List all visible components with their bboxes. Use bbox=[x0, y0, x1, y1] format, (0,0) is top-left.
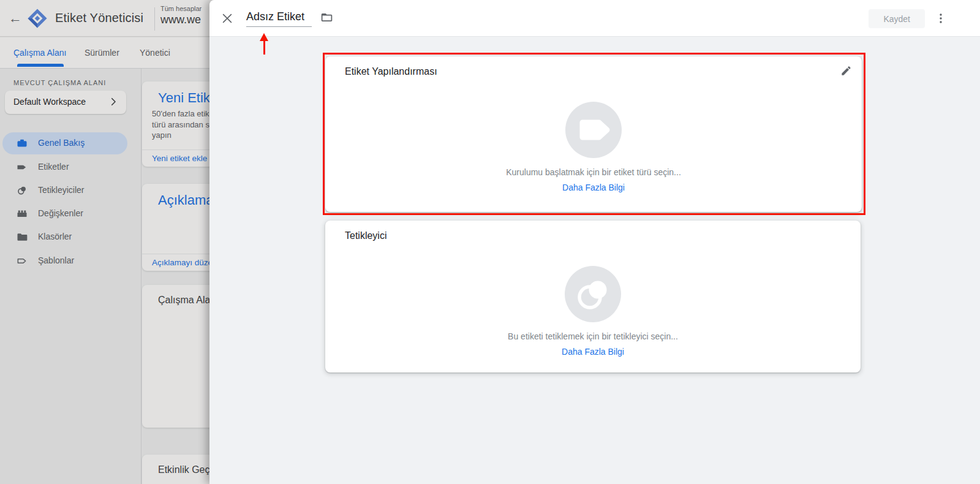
trigger-card[interactable]: Tetikleyici Bu etiketi tetiklemek için b… bbox=[325, 221, 861, 372]
trigger-title: Tetikleyici bbox=[345, 230, 386, 241]
learn-more-link[interactable]: Daha Fazla Bilgi bbox=[325, 183, 862, 192]
tag-configuration-title: Etiket Yapılandırması bbox=[345, 66, 437, 77]
trigger-hint: Bu etiketi tetiklemek için bir tetikleyi… bbox=[325, 331, 861, 341]
tag-name-field[interactable]: Adsız Etiket bbox=[246, 10, 312, 27]
save-button[interactable]: Kaydet bbox=[869, 9, 925, 28]
tag-configuration-card[interactable]: Etiket Yapılandırması Kurulumu başlatmak… bbox=[325, 56, 862, 212]
editor-title-area: Adsız Etiket bbox=[246, 0, 333, 37]
editor-content: Etiket Yapılandırması Kurulumu başlatmak… bbox=[209, 37, 980, 484]
trigger-placeholder: Bu etiketi tetiklemek için bir tetikleyi… bbox=[325, 266, 861, 357]
kebab-menu-icon[interactable] bbox=[933, 11, 948, 26]
close-icon[interactable] bbox=[221, 12, 234, 25]
edit-pencil-icon[interactable] bbox=[840, 65, 852, 77]
tag-type-icon bbox=[565, 102, 622, 158]
tag-configuration-hint: Kurulumu başlatmak için bir etiket türü … bbox=[325, 167, 862, 177]
trigger-type-icon bbox=[565, 266, 621, 322]
folder-icon[interactable] bbox=[320, 11, 333, 24]
learn-more-link[interactable]: Daha Fazla Bilgi bbox=[325, 347, 861, 357]
gtm-window: ← Etiket Yöneticisi Tüm hesaplar www.we … bbox=[0, 0, 980, 484]
tag-configuration-placeholder: Kurulumu başlatmak için bir etiket türü … bbox=[325, 102, 862, 192]
editor-header: Adsız Etiket Kaydet bbox=[209, 0, 980, 37]
tag-editor-panel: Adsız Etiket Kaydet Etiket Yapılandırmas… bbox=[209, 0, 980, 484]
